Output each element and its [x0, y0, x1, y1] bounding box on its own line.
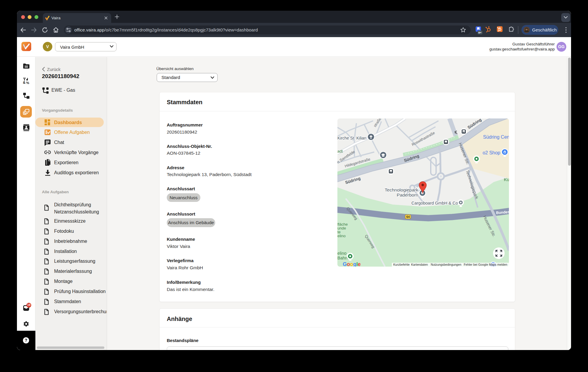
svg-text:Bahn: Bahn: [337, 256, 348, 260]
svg-text:Südring Cente: Südring Cente: [483, 134, 509, 140]
svg-text:Paderborn: Paderborn: [397, 192, 418, 197]
svg-text:&: &: [23, 80, 26, 84]
svg-text:Cargoboard GmbH & Co.: Cargoboard GmbH & Co.: [411, 201, 459, 205]
svg-text:Fehler bei Google Maps melden: Fehler bei Google Maps melden: [464, 263, 507, 266]
svg-text:Ku: Ku: [504, 177, 509, 182]
svg-text:Nutzungsbedingungen: Nutzungsbedingungen: [431, 263, 461, 266]
svg-text:Kartendaten: Kartendaten: [411, 263, 428, 266]
svg-text:64: 64: [406, 215, 410, 219]
svg-text:Kirche St. Kilian: Kirche St. Kilian: [337, 136, 366, 140]
svg-text:%: %: [26, 81, 29, 85]
svg-text:Kurzbefehle: Kurzbefehle: [393, 263, 410, 266]
svg-text:elino: elino: [337, 251, 347, 256]
svg-text:Bundes: Bundes: [496, 210, 509, 215]
svg-text:adt: adt: [337, 149, 343, 153]
svg-text:elino: elino: [337, 234, 345, 238]
svg-text:Google: Google: [343, 261, 361, 267]
svg-text:Technologiepark: Technologiepark: [385, 187, 418, 192]
svg-text:o2 Shop: o2 Shop: [482, 150, 500, 155]
